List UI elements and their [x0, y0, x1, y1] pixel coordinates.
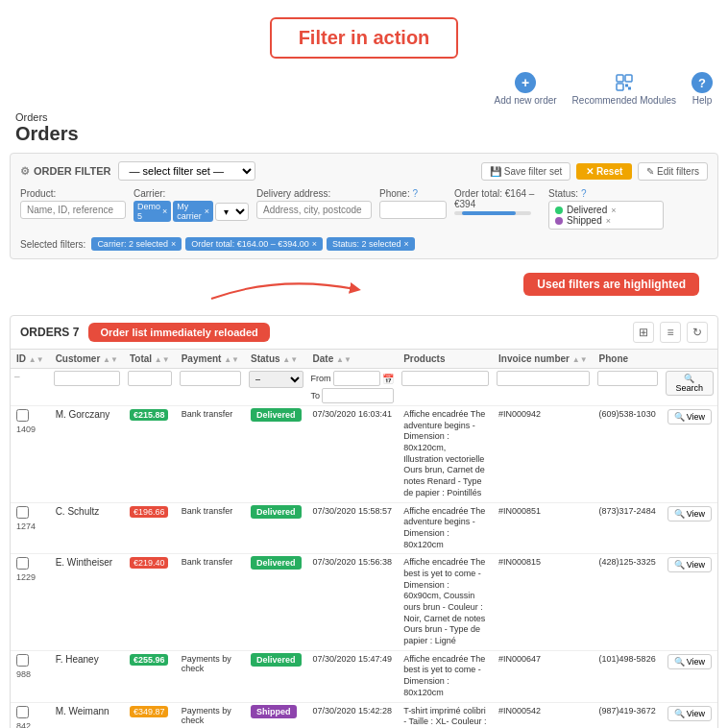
status-help-icon[interactable]: ? — [581, 188, 587, 199]
carrier-filter-tag[interactable]: Carrier: 2 selected × — [91, 237, 182, 251]
add-new-order-label: Add new order — [495, 95, 557, 106]
carrier-tag-mycarrier[interactable]: My carrier × — [173, 201, 213, 222]
shipped-dot — [555, 217, 563, 225]
row-phone: (428)125-3325 — [594, 554, 662, 651]
help-button[interactable]: ? Help — [692, 72, 713, 106]
date-to: To — [311, 388, 395, 403]
row-phone: (101)498-5826 — [594, 650, 662, 702]
used-filters-annotation-area: Used filters are highlighted — [10, 265, 718, 313]
view-button[interactable]: 🔍 View — [667, 557, 712, 572]
date-to-input[interactable] — [322, 388, 394, 403]
used-filters-label: Used filters are highlighted — [523, 273, 699, 296]
view-icon: 🔍 — [674, 560, 685, 570]
order-total-tag-remove[interactable]: × — [312, 239, 317, 249]
calendar-from-icon[interactable]: 📅 — [382, 374, 394, 384]
orders-number: 7 — [73, 326, 80, 339]
col-header-products: Products — [398, 350, 493, 369]
carrier-tag-demo5-remove[interactable]: × — [162, 206, 167, 216]
filter-products-input[interactable] — [401, 371, 489, 386]
slider-bar — [454, 211, 531, 215]
delivery-label: Delivery address: — [256, 188, 372, 199]
filter-invoice-input[interactable] — [497, 371, 590, 386]
col-header-date[interactable]: Date ▲▼ — [307, 350, 399, 369]
view-button[interactable]: 🔍 View — [667, 654, 712, 669]
filter-payment-input[interactable] — [180, 371, 241, 386]
filter-total-cell — [124, 369, 176, 406]
delivered-label: Delivered — [567, 205, 607, 215]
search-button[interactable]: 🔍 Search — [666, 371, 714, 396]
edit-filters-button[interactable]: ✎ Edit filters — [638, 162, 708, 181]
carrier-tag-remove[interactable]: × — [171, 239, 176, 249]
col-header-status[interactable]: Status ▲▼ — [245, 350, 307, 369]
status-option-delivered[interactable]: Delivered × — [555, 205, 657, 215]
refresh-icon[interactable]: ↻ — [687, 322, 708, 343]
row-total: €215.88 — [124, 406, 176, 503]
recommended-modules-button[interactable]: Recommended Modules — [572, 72, 676, 106]
col-header-action — [662, 350, 717, 369]
filter-actions: 💾 Save filter set ✕ Reset ✎ Edit filters — [481, 162, 708, 181]
row-checkbox[interactable] — [16, 654, 29, 667]
table-row: 1229 E. Wintheiser €219.40 Bank transfer… — [11, 554, 717, 651]
shipped-remove[interactable]: × — [606, 216, 611, 226]
status-option-shipped[interactable]: Shipped × — [555, 215, 657, 226]
view-button[interactable]: 🔍 View — [667, 506, 712, 522]
col-header-invoice[interactable]: Invoice number ▲▼ — [493, 350, 594, 369]
add-new-order-button[interactable]: + Add new order — [495, 72, 557, 106]
order-total-slider[interactable] — [454, 211, 541, 215]
col-header-payment[interactable]: Payment ▲▼ — [176, 350, 245, 369]
order-total-filter-tag[interactable]: Order total: €164.00 – €394.00 × — [185, 237, 323, 251]
filter-customer-input[interactable] — [54, 371, 120, 386]
row-status: Delivered — [245, 406, 307, 503]
filter-status-select[interactable]: – — [249, 371, 303, 388]
row-checkbox-cell: 842 — [11, 702, 50, 728]
row-checkbox[interactable] — [16, 506, 29, 519]
row-products: Affiche encadrée The best is yet to come… — [398, 650, 493, 702]
product-input[interactable] — [20, 201, 126, 219]
row-action: 🔍 View — [662, 650, 717, 702]
filter-set-select[interactable]: — select filter set — — [118, 161, 255, 181]
row-customer: E. Wintheiser — [50, 554, 124, 651]
view-button[interactable]: 🔍 View — [667, 409, 712, 425]
row-checkbox[interactable] — [16, 409, 29, 422]
delivered-remove[interactable]: × — [611, 206, 616, 215]
save-filter-button[interactable]: 💾 Save filter set — [481, 162, 570, 181]
row-checkbox[interactable] — [16, 706, 29, 718]
table-row: 988 F. Heaney €255.96 Payments by check … — [11, 650, 717, 702]
row-checkbox[interactable] — [16, 557, 29, 570]
status-select-box[interactable]: Delivered × Shipped × — [548, 201, 664, 230]
col-header-id[interactable]: ID ▲▼ — [11, 350, 50, 369]
reset-button[interactable]: ✕ Reset — [576, 163, 632, 180]
status-tag-remove[interactable]: × — [404, 239, 409, 249]
delivery-filter-group: Delivery address: — [256, 188, 372, 219]
col-header-total[interactable]: Total ▲▼ — [124, 350, 176, 369]
delivery-input[interactable] — [256, 201, 372, 219]
row-checkbox-cell: 988 — [11, 650, 50, 702]
filter-annotation-area: Filter in action — [0, 0, 728, 68]
phone-input[interactable] — [379, 201, 447, 219]
filter-phone-input[interactable] — [597, 371, 658, 386]
col-header-customer[interactable]: Customer ▲▼ — [50, 350, 124, 369]
columns-icon[interactable]: ⊞ — [633, 322, 654, 343]
phone-help-icon[interactable]: ? — [412, 188, 418, 199]
row-date: 07/30/2020 16:03:41 — [307, 406, 399, 503]
view-button[interactable]: 🔍 View — [667, 706, 712, 721]
carrier-tag-demo5[interactable]: Demo 5 × — [133, 201, 171, 222]
shipped-label: Shipped — [567, 215, 602, 226]
product-label: Product: — [20, 188, 126, 199]
table-row: 842 M. Weimann €349.87 Payments by check… — [11, 702, 717, 728]
orders-table: ID ▲▼ Customer ▲▼ Total ▲▼ Payment ▲▼ St… — [11, 350, 717, 728]
filter-total-input[interactable] — [128, 371, 172, 386]
view-icon: 🔍 — [674, 657, 685, 667]
carrier-select[interactable]: ▾ — [215, 203, 249, 221]
row-invoice: #IN000647 — [493, 650, 594, 702]
carrier-tag-mycarrier-remove[interactable]: × — [205, 206, 209, 216]
row-checkbox-cell: 1274 — [11, 502, 50, 554]
selected-filters: Selected filters: Carrier: 2 selected × … — [20, 237, 708, 251]
row-total: €196.66 — [124, 502, 176, 554]
date-from-input[interactable] — [333, 371, 381, 386]
status-filter-tag[interactable]: Status: 2 selected × — [327, 237, 415, 251]
filter-products-cell — [398, 369, 493, 406]
grid-icon[interactable]: ≡ — [660, 322, 681, 343]
order-filter-bar: ⚙ ORDER FILTER — select filter set — 💾 S… — [10, 153, 718, 259]
question-icon: ? — [692, 72, 713, 93]
